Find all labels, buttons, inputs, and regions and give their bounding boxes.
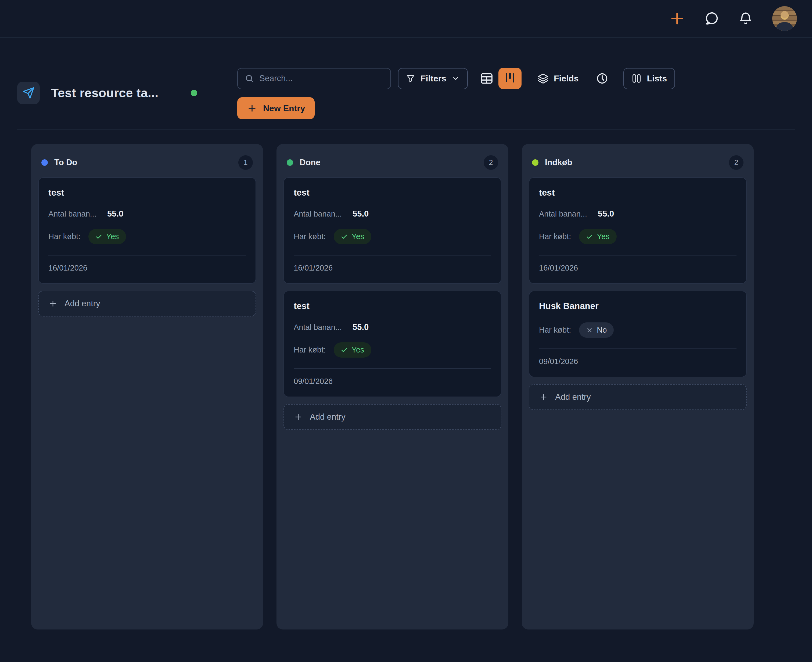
top-bar xyxy=(0,0,812,38)
card-field-row: Antal banan... 55.0 xyxy=(48,209,246,219)
column-header: To Do 1 xyxy=(38,151,256,177)
badge-label: Yes xyxy=(351,345,364,354)
field-label: Har købt: xyxy=(294,232,326,241)
check-icon xyxy=(586,233,593,240)
card-field-row: Har købt: Yes xyxy=(48,229,246,244)
check-icon xyxy=(341,347,348,353)
field-value: 55.0 xyxy=(598,209,614,219)
title-status-dot xyxy=(191,90,197,96)
status-badge: Yes xyxy=(88,229,126,244)
avatar-photo-body xyxy=(776,22,793,31)
column-count-badge: 2 xyxy=(729,155,743,170)
chevron-down-icon xyxy=(452,74,460,82)
add-entry-label: Add entry xyxy=(555,392,591,402)
status-badge: Yes xyxy=(334,229,371,244)
column-status-dot xyxy=(287,159,293,166)
check-icon xyxy=(341,233,348,240)
card-field-row: Har købt: Yes xyxy=(539,229,736,244)
check-icon xyxy=(95,233,102,240)
badge-label: Yes xyxy=(597,232,609,241)
kanban-view-button[interactable] xyxy=(498,68,521,89)
column-status-dot xyxy=(41,159,48,166)
filters-label: Filters xyxy=(421,74,446,84)
badge-label: Yes xyxy=(106,232,119,241)
column-count-badge: 1 xyxy=(238,155,253,170)
add-entry-button[interactable]: Add entry xyxy=(283,404,502,430)
chat-bubble-icon xyxy=(704,11,719,26)
entry-card[interactable]: test Antal banan... 55.0 Har købt: Yes 1… xyxy=(283,177,502,284)
chat-button[interactable] xyxy=(704,11,719,26)
plus-icon xyxy=(48,299,58,308)
new-entry-button[interactable]: New Entry xyxy=(237,97,315,119)
card-field-row: Har købt: No xyxy=(539,322,736,338)
search-input[interactable] xyxy=(259,74,383,83)
avatar-photo-head xyxy=(781,11,789,19)
field-value: 55.0 xyxy=(107,209,123,219)
entry-card[interactable]: Husk Bananer Har købt: No 09/01/2026 xyxy=(529,291,747,377)
card-field-row: Har købt: Yes xyxy=(294,229,491,244)
card-divider xyxy=(539,349,736,349)
table-view-button[interactable] xyxy=(479,71,494,86)
field-value: 55.0 xyxy=(352,322,369,332)
add-entry-label: Add entry xyxy=(310,412,346,422)
search-box[interactable] xyxy=(237,68,391,89)
table-view-icon xyxy=(479,71,494,86)
field-label: Antal banan... xyxy=(294,323,342,332)
fields-button[interactable]: Fields xyxy=(538,73,579,84)
funnel-icon xyxy=(406,74,415,83)
kanban-view-icon xyxy=(504,72,516,85)
new-entry-label: New Entry xyxy=(263,103,305,113)
x-icon xyxy=(586,327,593,334)
column-header: Done 2 xyxy=(283,151,502,177)
entry-card[interactable]: test Antal banan... 55.0 Har købt: Yes 0… xyxy=(283,291,502,397)
card-title: test xyxy=(539,188,736,198)
card-title: Husk Bananer xyxy=(539,301,736,311)
column-done: Done 2 test Antal banan... 55.0 Har købt… xyxy=(277,144,508,630)
columns-icon xyxy=(632,73,642,84)
history-button[interactable] xyxy=(596,72,608,85)
card-field-row: Har købt: Yes xyxy=(294,342,491,358)
card-divider xyxy=(48,255,246,255)
card-field-row: Antal banan... 55.0 xyxy=(539,209,736,219)
column-name: To Do xyxy=(54,158,77,167)
plus-icon xyxy=(247,103,257,113)
send-paper-plane-icon xyxy=(22,87,35,99)
entry-card[interactable]: test Antal banan... 55.0 Har købt: Yes 1… xyxy=(38,177,256,284)
fields-label: Fields xyxy=(554,74,579,84)
notifications-button[interactable] xyxy=(738,11,753,26)
lists-label: Lists xyxy=(647,74,667,84)
add-entry-button[interactable]: Add entry xyxy=(529,384,747,410)
field-label: Har købt: xyxy=(539,232,571,241)
card-divider xyxy=(294,368,491,369)
card-date: 09/01/2026 xyxy=(539,357,736,366)
status-badge: No xyxy=(579,322,614,338)
card-title: test xyxy=(48,188,246,198)
page-header: Test resource ta... Filters xyxy=(0,38,812,144)
entry-card[interactable]: test Antal banan... 55.0 Har købt: Yes 1… xyxy=(529,177,747,284)
clock-icon xyxy=(596,72,608,85)
user-avatar[interactable] xyxy=(772,6,797,31)
column-count-badge: 2 xyxy=(484,155,498,170)
add-button[interactable] xyxy=(670,11,685,26)
field-value: 55.0 xyxy=(352,209,369,219)
resource-icon-tile xyxy=(17,82,40,104)
field-label: Antal banan... xyxy=(48,210,96,219)
lists-button[interactable]: Lists xyxy=(623,68,675,89)
toolbar: Filters xyxy=(237,68,675,89)
add-entry-button[interactable]: Add entry xyxy=(38,291,256,317)
plus-icon xyxy=(539,392,548,402)
filters-button[interactable]: Filters xyxy=(398,68,468,89)
column-header: Indkøb 2 xyxy=(529,151,747,177)
add-entry-label: Add entry xyxy=(64,299,100,309)
card-date: 16/01/2026 xyxy=(294,264,491,272)
page-title: Test resource ta... xyxy=(51,86,159,100)
field-label: Har købt: xyxy=(48,232,80,241)
plus-icon xyxy=(670,11,685,26)
new-entry-row: New Entry xyxy=(237,97,315,119)
header-divider xyxy=(17,129,795,130)
card-title: test xyxy=(294,188,491,198)
card-divider xyxy=(294,255,491,255)
column-name: Indkøb xyxy=(545,158,572,167)
badge-label: Yes xyxy=(351,232,364,241)
status-badge: Yes xyxy=(334,342,371,358)
